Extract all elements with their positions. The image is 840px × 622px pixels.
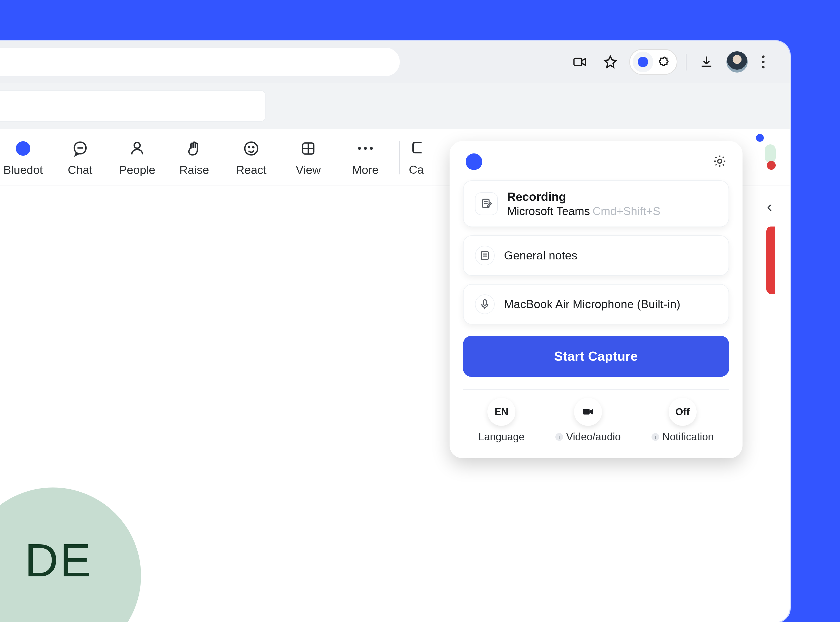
svg-point-11: [718, 159, 721, 163]
info-icon: i: [652, 433, 659, 441]
tab-people[interactable]: People: [108, 139, 166, 177]
svg-rect-18: [483, 300, 486, 305]
tabbar-divider: [399, 141, 400, 174]
bluedot-icon: [13, 139, 33, 159]
sub-toolbar: [0, 83, 790, 129]
video-icon[interactable]: [568, 50, 591, 73]
peek-red-button[interactable]: [767, 227, 775, 294]
language-value: EN: [487, 398, 515, 426]
participant-initials: DE: [24, 534, 93, 587]
notification-label: Notification: [663, 431, 714, 443]
notes-label: General notes: [504, 249, 577, 262]
star-icon[interactable]: [599, 50, 622, 73]
react-icon: [241, 139, 261, 159]
tab-label: React: [236, 163, 267, 177]
extensions-pill: [629, 49, 677, 75]
tab-raise[interactable]: Raise: [166, 139, 223, 177]
svg-point-5: [249, 146, 250, 148]
svg-point-4: [245, 142, 258, 155]
search-input[interactable]: [0, 90, 266, 122]
notification-button[interactable]: Off i Notification: [652, 398, 714, 443]
microphone-card[interactable]: MacBook Air Microphone (Built-in): [463, 284, 729, 325]
svg-rect-20: [583, 409, 590, 415]
camera-icon: [411, 138, 422, 159]
extension-popup: Recording Microsoft TeamsCmd+Shift+S Gen…: [449, 141, 742, 458]
language-button[interactable]: EN Language: [478, 398, 524, 443]
svg-point-3: [134, 142, 140, 148]
tab-label: Raise: [179, 163, 209, 177]
browser-toolbar: [0, 41, 790, 83]
notes-card[interactable]: General notes: [463, 235, 729, 276]
tab-label: More: [352, 163, 379, 177]
tab-more[interactable]: More: [337, 139, 394, 177]
panel-divider: [463, 389, 729, 390]
tab-label: Chat: [68, 163, 92, 177]
language-label: Language: [478, 431, 524, 443]
profile-avatar[interactable]: [727, 51, 748, 73]
tab-label: Ca: [409, 163, 424, 177]
peek-status-dot: [767, 161, 776, 170]
tab-label: People: [119, 163, 155, 177]
recording-card[interactable]: Recording Microsoft TeamsCmd+Shift+S: [463, 180, 729, 227]
tab-label: Bluedot: [3, 163, 43, 177]
tab-label: View: [296, 163, 321, 177]
video-audio-button[interactable]: i Video/audio: [555, 398, 621, 443]
tab-bluedot[interactable]: Bluedot: [0, 139, 52, 177]
chat-icon: [70, 139, 90, 159]
bluedot-logo: [466, 153, 482, 170]
video-audio-label: Video/audio: [566, 431, 621, 443]
toolbar-divider: [686, 53, 687, 70]
extensions-icon[interactable]: [653, 52, 674, 72]
microphone-icon: [475, 294, 495, 314]
participant-avatar: DE: [0, 488, 141, 622]
tab-chat[interactable]: Chat: [52, 139, 108, 177]
recording-title: Recording: [507, 190, 660, 204]
chevron-left-icon[interactable]: ‹: [767, 198, 772, 215]
camera-icon: [574, 398, 602, 426]
microphone-label: MacBook Air Microphone (Built-in): [504, 297, 680, 311]
browser-menu-icon[interactable]: [756, 55, 771, 69]
downloads-icon[interactable]: [695, 50, 718, 73]
svg-rect-0: [574, 58, 582, 66]
peek-pill: [765, 144, 776, 163]
more-icon: [355, 139, 376, 159]
bluedot-extension-icon[interactable]: [632, 52, 653, 72]
tab-camera-cropped[interactable]: Ca: [409, 138, 424, 186]
panel-footer: EN Language i Video/audio Off i Notifica…: [463, 398, 729, 443]
notification-value: Off: [669, 398, 696, 426]
peek-dot: [756, 134, 764, 142]
tab-view[interactable]: View: [280, 139, 337, 177]
browser-window: Bluedot Chat People Raise React: [0, 40, 791, 622]
svg-rect-10: [413, 143, 422, 152]
settings-button[interactable]: [713, 154, 727, 169]
start-capture-button[interactable]: Start Capture: [463, 336, 729, 377]
document-edit-icon: [475, 192, 498, 215]
tab-react[interactable]: React: [223, 139, 280, 177]
address-bar[interactable]: [0, 48, 400, 76]
raise-hand-icon: [184, 139, 204, 159]
view-icon: [298, 139, 318, 159]
info-icon: i: [555, 433, 563, 441]
recording-subtitle: Microsoft TeamsCmd+Shift+S: [507, 205, 660, 218]
notes-icon: [475, 246, 495, 265]
svg-point-6: [253, 146, 254, 148]
people-icon: [127, 139, 147, 159]
